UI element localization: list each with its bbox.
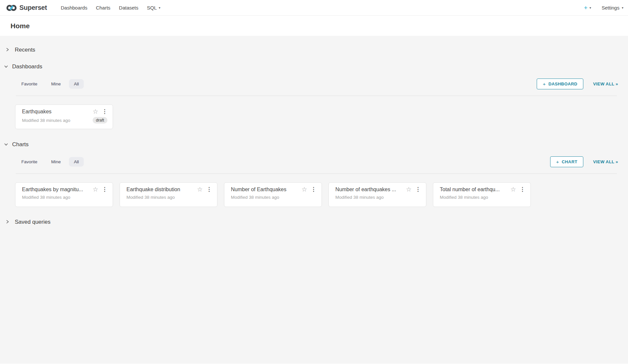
card-modified: Modified 38 minutes ago [335, 195, 384, 200]
section-label: Recents [15, 47, 35, 53]
nav-item-dashboards[interactable]: Dashboards [61, 5, 87, 11]
tab-favorite[interactable]: Favorite [21, 81, 37, 86]
section-label: Dashboards [12, 63, 42, 70]
section-saved-queries-header[interactable]: Saved queries [0, 219, 628, 225]
kebab-menu-icon[interactable]: ⋮ [311, 187, 316, 192]
caret-down-icon: ▾ [159, 6, 160, 10]
card-modified: Modified 38 minutes ago [231, 195, 279, 200]
card-modified: Modified 38 minutes ago [22, 195, 70, 200]
chevron-right-icon [6, 47, 9, 53]
superset-logo[interactable]: Superset [6, 4, 47, 12]
section-label: Charts [12, 141, 29, 148]
chevron-down-icon [4, 64, 8, 70]
chart-card[interactable]: Total number of earthqu... ☆ ⋮ Modified … [433, 182, 531, 207]
nav-item-sql[interactable]: SQL ▾ [147, 5, 160, 11]
card-title: Earthquake distribution [126, 187, 194, 193]
nav-item-datasets[interactable]: Datasets [119, 5, 138, 11]
section-label: Saved queries [15, 219, 51, 225]
tab-all[interactable]: All [69, 157, 84, 167]
divider [16, 96, 617, 96]
main-content: Recents Dashboards Favorite Mine All + D… [0, 36, 628, 364]
nav-menu: Dashboards Charts Datasets SQL ▾ [52, 5, 160, 11]
navbar: Superset Dashboards Charts Datasets SQL … [0, 0, 628, 16]
kebab-menu-icon[interactable]: ⋮ [102, 109, 107, 114]
nav-item-charts[interactable]: Charts [96, 5, 110, 11]
chart-card[interactable]: Number of Earthquakes ☆ ⋮ Modified 38 mi… [224, 182, 322, 207]
new-chart-button[interactable]: + CHART [550, 156, 583, 167]
card-title: Total number of earthqu... [440, 187, 508, 193]
title-bar: Home [0, 16, 628, 36]
chevron-right-icon [6, 219, 9, 225]
chart-card[interactable]: Earthquake distribution ☆ ⋮ Modified 38 … [120, 182, 217, 207]
dashboards-view-all-link[interactable]: VIEW ALL » [593, 81, 618, 86]
star-icon[interactable]: ☆ [406, 186, 412, 193]
card-title: Number of earthquakes ... [335, 187, 403, 193]
star-icon[interactable]: ☆ [93, 108, 98, 115]
card-title: Number of Earthquakes [231, 187, 299, 193]
new-dashboard-button[interactable]: + DASHBOARD [537, 79, 583, 89]
card-title: Earthquakes by magnitu... [22, 187, 90, 193]
tab-mine[interactable]: Mine [51, 159, 61, 164]
charts-controls-row: Favorite Mine All + CHART VIEW ALL » [0, 156, 628, 167]
tab-favorite[interactable]: Favorite [21, 159, 37, 164]
kebab-menu-icon[interactable]: ⋮ [415, 187, 421, 192]
chart-card[interactable]: Number of earthquakes ... ☆ ⋮ Modified 3… [328, 182, 426, 207]
page-title: Home [11, 22, 30, 30]
chart-card[interactable]: Earthquakes by magnitu... ☆ ⋮ Modified 3… [15, 182, 113, 207]
plus-icon: + [556, 159, 559, 165]
dashboards-tabs: Favorite Mine All [21, 79, 84, 89]
draft-badge: draft [93, 117, 107, 124]
kebab-menu-icon[interactable]: ⋮ [520, 187, 525, 192]
kebab-menu-icon[interactable]: ⋮ [102, 187, 107, 192]
dashboards-controls-row: Favorite Mine All + DASHBOARD VIEW ALL » [0, 79, 628, 89]
settings-menu[interactable]: Settings ▾ [602, 5, 623, 11]
star-icon[interactable]: ☆ [93, 186, 98, 193]
star-icon[interactable]: ☆ [510, 186, 516, 193]
card-modified: Modified 38 minutes ago [126, 195, 175, 200]
charts-tabs: Favorite Mine All [21, 157, 84, 167]
star-icon[interactable]: ☆ [302, 186, 307, 193]
caret-down-icon: ▾ [622, 6, 623, 10]
tab-mine[interactable]: Mine [51, 81, 61, 86]
card-title: Earthquakes [22, 109, 90, 115]
section-recents-header[interactable]: Recents [0, 36, 628, 53]
section-dashboards-header[interactable]: Dashboards [0, 63, 628, 70]
plus-icon: + [543, 81, 546, 87]
kebab-menu-icon[interactable]: ⋮ [206, 187, 212, 192]
star-icon[interactable]: ☆ [197, 186, 203, 193]
superset-infinity-icon [6, 4, 17, 12]
dashboards-cards-row: Earthquakes ☆ ⋮ Modified 38 minutes ago … [15, 104, 628, 129]
settings-label: Settings [602, 5, 619, 11]
plus-icon: + [584, 5, 588, 11]
caret-down-icon: ▾ [590, 6, 591, 10]
new-item-menu[interactable]: + ▾ [584, 5, 591, 11]
brand-text: Superset [19, 4, 47, 11]
charts-view-all-link[interactable]: VIEW ALL » [593, 159, 618, 164]
dashboard-card[interactable]: Earthquakes ☆ ⋮ Modified 38 minutes ago … [15, 104, 113, 129]
chevron-down-icon [4, 142, 8, 148]
card-modified: Modified 38 minutes ago [440, 195, 488, 200]
tab-all[interactable]: All [69, 79, 84, 89]
section-charts-header[interactable]: Charts [0, 141, 628, 148]
charts-cards-row: Earthquakes by magnitu... ☆ ⋮ Modified 3… [15, 182, 628, 207]
card-modified: Modified 38 minutes ago [22, 118, 70, 123]
divider [16, 173, 617, 174]
